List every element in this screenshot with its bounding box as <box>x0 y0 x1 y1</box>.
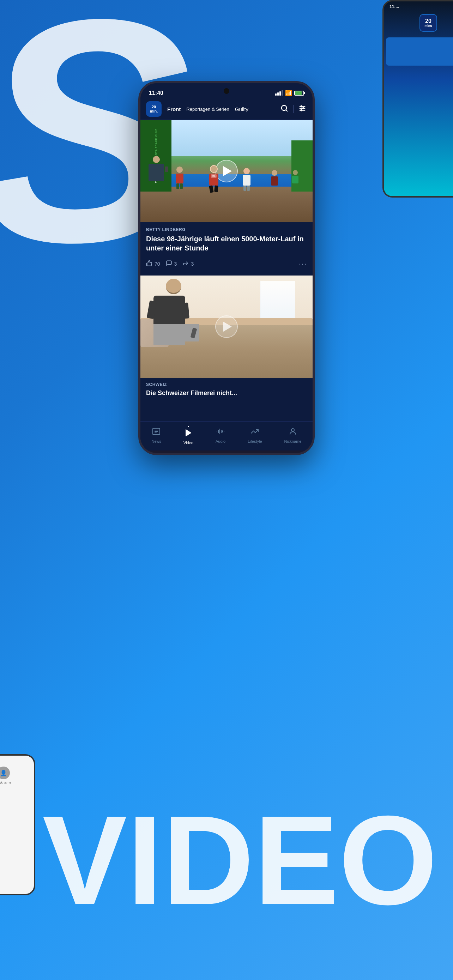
person-on-couch <box>162 279 185 345</box>
bottom-nav-news[interactable]: News <box>148 426 166 445</box>
bottom-nav-video[interactable]: Video <box>179 425 197 446</box>
video-label: Video <box>183 441 193 445</box>
photo-taker <box>140 156 172 181</box>
likes-item[interactable]: 70 <box>146 260 160 268</box>
bottom-nav: News Video <box>140 421 313 450</box>
phone-right-logo-line1: 20 <box>424 18 432 24</box>
svg-point-6 <box>303 108 304 109</box>
forward-icon <box>183 260 189 266</box>
nav-logo-line2: min. <box>150 109 158 113</box>
play-button-2[interactable] <box>215 315 238 338</box>
active-indicator <box>188 426 189 427</box>
camera-notch <box>224 88 229 94</box>
status-icons: 📶 <box>275 90 304 96</box>
battery-fill <box>295 91 302 95</box>
news-icon <box>152 427 161 438</box>
phone-right-logo: 20 minu <box>420 14 437 32</box>
nav-links: Front Reportagen & Serien Guilty <box>167 106 274 112</box>
chat-icon <box>166 260 172 266</box>
news-label: News <box>152 439 162 444</box>
signal-bar-3 <box>280 91 281 95</box>
phone-left-nickname: Nickname <box>0 781 30 784</box>
comments-item[interactable]: 3 <box>166 260 177 268</box>
phone-right-logo-line2: minu <box>424 24 432 28</box>
phone-right-time: 11:... <box>389 4 399 9</box>
article-1-category: BETTY LINDBERG <box>146 227 307 232</box>
video-icon <box>184 429 192 439</box>
play-triangle-icon-2 <box>223 322 232 332</box>
sliders-icon <box>299 104 306 112</box>
audio-label: Audio <box>216 439 226 444</box>
nav-logo: 20 min. <box>146 101 162 117</box>
nav-logo-line1: 20 <box>150 105 158 109</box>
nav-link-reportagen[interactable]: Reportagen & Serien <box>186 107 229 112</box>
share-icon <box>183 260 189 268</box>
comments-count: 3 <box>174 261 177 267</box>
article-1-title: Diese 98-Jährige läuft einen 5000-Meter-… <box>146 234 307 253</box>
content-area[interactable]: ATLANTA TRACK CLUB TRACK CLIK <box>140 120 313 421</box>
svg-line-1 <box>286 110 287 111</box>
nav-link-guilty[interactable]: Guilty <box>235 106 248 112</box>
runner-3 <box>243 168 251 186</box>
phone-main: 11:40 📶 <box>138 81 315 455</box>
article-1-info: BETTY LINDBERG Diese 98-Jährige läuft ei… <box>140 222 313 274</box>
phone-left: die 👤 Nickname <box>0 754 42 902</box>
play-button[interactable] <box>215 160 238 182</box>
background-text-video: VIDEO <box>42 797 437 924</box>
more-options-button[interactable]: ··· <box>299 259 307 268</box>
svg-point-7 <box>300 109 302 111</box>
wifi-icon: 📶 <box>285 90 292 96</box>
nav-divider <box>293 105 294 113</box>
runner-1 <box>176 167 183 183</box>
thumbs-up-icon <box>146 260 153 268</box>
bottom-nav-lifestyle[interactable]: Lifestyle <box>243 426 266 445</box>
runner-2-main: ATL <box>209 165 218 186</box>
status-time: 11:40 <box>149 90 163 96</box>
comment-icon <box>166 260 172 268</box>
runner-4 <box>271 170 278 186</box>
nav-link-front[interactable]: Front <box>167 106 181 112</box>
signal-bar-2 <box>277 92 279 95</box>
article-card-2: SCHWEIZ Die Schweizer Filmerei nicht... <box>140 275 313 404</box>
phone-right-banner <box>386 37 453 65</box>
phone-screen: 20 min. Front Reportagen & Serien Guilty <box>140 99 313 450</box>
likes-count: 70 <box>154 261 160 267</box>
phone-right-status-bar: 11:... 🔋 <box>384 2 453 11</box>
window <box>260 281 295 323</box>
phone-right: 11:... 🔋 20 minu <box>382 0 453 177</box>
search-button[interactable] <box>280 104 289 115</box>
svg-point-19 <box>291 429 294 431</box>
settings-button[interactable] <box>298 104 307 115</box>
runner-5 <box>292 170 299 183</box>
audio-icon <box>216 427 225 438</box>
article-2-title: Die Schweizer Filmerei nicht... <box>146 389 307 397</box>
battery-icon <box>294 91 304 95</box>
bottom-nav-profile[interactable]: Nickname <box>280 426 306 445</box>
article-2-category: SCHWEIZ <box>146 382 307 387</box>
shares-count: 3 <box>191 261 194 267</box>
like-icon <box>146 260 153 266</box>
phone-main-body: 11:40 📶 <box>138 81 315 455</box>
article-2-thumbnail[interactable] <box>140 275 313 378</box>
profile-icon <box>289 427 297 438</box>
phone-left-avatar: 👤 <box>0 767 10 779</box>
engagement-bar-1: 70 3 <box>146 257 307 270</box>
shares-item[interactable]: 3 <box>183 260 194 268</box>
nav-logo-text: 20 min. <box>150 105 158 113</box>
lifestyle-label: Lifestyle <box>248 439 262 444</box>
nickname-label: Nickname <box>285 439 302 444</box>
signal-bar-4 <box>281 90 283 95</box>
phone-left-text: die <box>0 760 30 764</box>
signal-bars <box>275 90 283 95</box>
nav-bar: 20 min. Front Reportagen & Serien Guilty <box>140 99 313 120</box>
nav-icons <box>280 104 307 115</box>
lifestyle-icon <box>251 427 259 438</box>
signal-bar-1 <box>275 94 277 95</box>
svg-point-5 <box>300 105 302 107</box>
bottom-nav-audio[interactable]: Audio <box>211 426 230 445</box>
article-card-1: ATLANTA TRACK CLUB TRACK CLIK <box>140 120 313 274</box>
svg-marker-12 <box>186 430 191 436</box>
play-triangle-icon <box>223 166 232 176</box>
search-icon <box>280 104 288 112</box>
article-1-thumbnail[interactable]: ATLANTA TRACK CLUB TRACK CLIK <box>140 120 313 222</box>
